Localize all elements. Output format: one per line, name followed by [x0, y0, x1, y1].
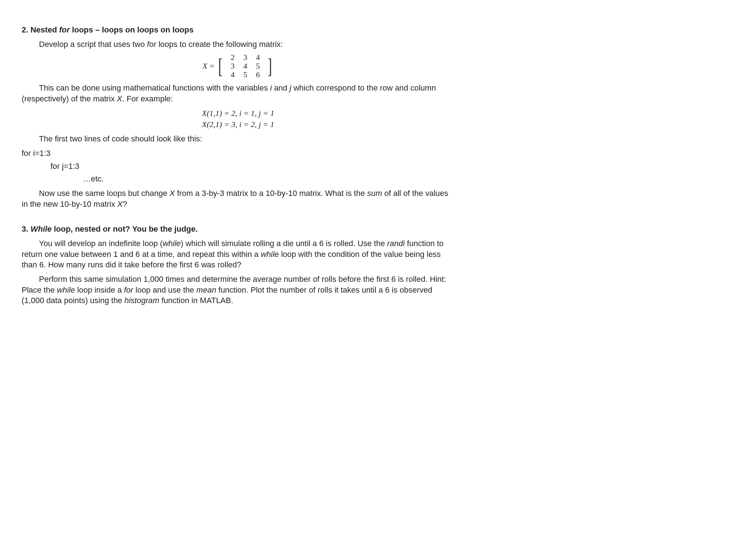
q2-p4: Now use the same loops but change X from… [22, 188, 454, 209]
right-bracket-icon: ] [268, 56, 272, 76]
q3-title-italic: While [30, 224, 52, 233]
q2-title: 2. Nested for loops – loops on loops on … [22, 25, 454, 35]
q3-p2: Perform this same simulation 1,000 times… [22, 274, 454, 306]
m-2-1: 3 [226, 62, 239, 70]
q2-title-suffix: loops – loops on loops on loops [70, 25, 193, 34]
q2-p1: Develop a script that uses two for loops… [22, 39, 454, 50]
q2-p1-b: loops to create the following matrix: [156, 40, 283, 49]
q2-p2-b: and [272, 83, 290, 92]
q3-p1: You will develop an indefinite loop (whi… [22, 238, 454, 270]
eq1-text: X(1,1) = 2, i = 1, j = 1 [202, 109, 274, 118]
q2-p4-x2: X [117, 200, 123, 209]
eq2-text: X(2,1) = 3, i = 2, j = 1 [202, 120, 274, 129]
q2-p1-for: for [147, 40, 157, 49]
q2-p1-a: Develop a script that uses two [39, 40, 147, 49]
q3-p2-hist: histogram [124, 296, 159, 305]
matrix-lhs: X = [203, 62, 215, 70]
q2-p2: This can be done using mathematical func… [22, 83, 454, 104]
m-2-2: 4 [239, 62, 251, 70]
q3-title-prefix: 3. [22, 224, 30, 233]
q2-p3: The first two lines of code should look … [22, 134, 454, 144]
q2-p4-b: from a 3-by-3 matrix to a 10-by-10 matri… [175, 189, 367, 198]
m-1-1: 2 [226, 53, 239, 62]
code-line-1: for i=1:3 [22, 148, 454, 159]
q3-title-suffix: loop, nested or not? You be the judge. [52, 224, 198, 233]
q2-title-prefix: 2. Nested [22, 25, 59, 34]
q3-p1-b: ) which will simulate rolling a die unti… [181, 239, 387, 248]
m-1-3: 4 [251, 53, 264, 62]
q3-p1-while: while [163, 239, 181, 248]
code-line-2: for j=1:3 [50, 161, 454, 172]
q2-p3-text: The first two lines of code should look … [39, 134, 202, 143]
q3-p1-a: You will develop an indefinite loop ( [39, 239, 163, 248]
q2-p2-a: This can be done using mathematical func… [39, 83, 270, 92]
q2-p4-d: ? [123, 200, 127, 209]
q3-p2-c: loop and use the [133, 285, 196, 294]
q3-p2-b: loop inside a [75, 285, 124, 294]
left-bracket-icon: [ [218, 56, 223, 76]
m-3-3: 6 [251, 70, 264, 79]
q2-p2-x: X [117, 94, 122, 103]
q3-p1-randi: randi [387, 239, 405, 248]
q2-eq1: X(1,1) = 2, i = 1, j = 1 [22, 108, 454, 119]
q3-p2-e: function in MATLAB. [159, 296, 233, 305]
q3-p2-while: while [57, 285, 75, 294]
q2-p4-a: Now use the same loops but change [39, 189, 170, 198]
q2-eq2: X(2,1) = 3, i = 2, j = 1 [22, 119, 454, 130]
q3-p2-for: for [124, 285, 133, 294]
m-2-3: 5 [251, 62, 264, 70]
q2-p2-d: . For example: [122, 94, 173, 103]
code-line-3: …etc. [83, 174, 454, 184]
q2-p4-x: X [170, 189, 175, 198]
q3-p1-while2: while [261, 250, 279, 259]
matrix-table: 2 3 4 3 4 5 4 5 6 [226, 53, 264, 79]
q3-p2-mean: mean [196, 285, 216, 294]
q2-title-italic: for [59, 25, 70, 34]
q2-matrix: X = [ 2 3 4 3 4 5 4 5 6 ] [22, 53, 454, 79]
q3-title: 3. While loop, nested or not? You be the… [22, 224, 454, 235]
m-3-1: 4 [226, 70, 239, 79]
m-1-2: 3 [239, 53, 251, 62]
q2-p4-sum: sum [367, 189, 382, 198]
m-3-2: 5 [239, 70, 251, 79]
